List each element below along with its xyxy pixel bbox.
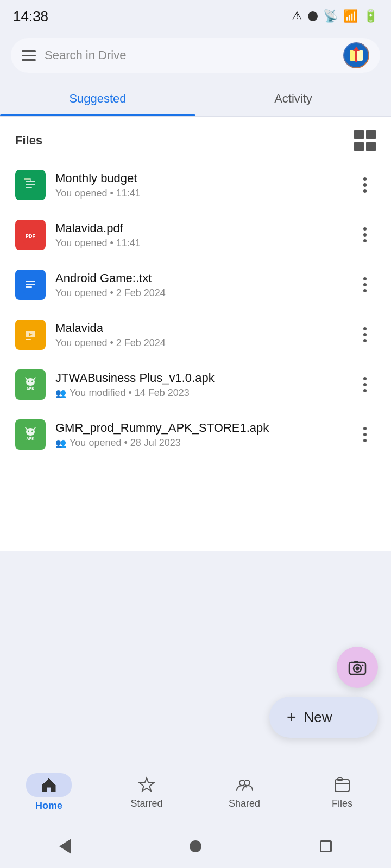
svg-text:APK: APK [27,437,35,441]
home-gesture-icon [190,840,201,852]
svg-text:PDF: PDF [26,233,36,239]
file-info: Monthly budget You opened • 11:41 [55,171,344,199]
svg-rect-1 [350,50,356,61]
search-bar-container: Search in Drive [0,33,391,81]
shared-icon [235,775,254,795]
back-icon [59,839,71,854]
file-icon-apk: APK [15,419,46,450]
files-section: Files + Monthly budget Y [0,117,391,551]
file-name: Android Game:.txt [55,271,344,285]
file-meta: 👥 You modified • 14 Feb 2023 [55,387,344,399]
svg-rect-38 [354,661,358,663]
file-info: JTWABusiness Plus_v1.0.apk 👥 You modifie… [55,371,344,399]
svg-point-37 [356,667,360,671]
nav-label-starred: Starred [130,798,162,809]
svg-point-31 [31,431,33,432]
nav-item-home[interactable]: Home [0,760,98,825]
wifi-icon: 📶 [343,9,358,23]
files-icon [332,775,352,795]
recents-icon [320,840,332,852]
android-nav [0,825,391,868]
status-time: 14:38 [13,8,48,25]
file-info: Malavida.pdf You opened • 11:41 [55,221,344,249]
file-list: + Monthly budget You opened • 11:41 PDF [0,160,391,470]
status-bar: 14:38 ⚠ 📡 📶 🔋 [0,0,391,33]
file-name: Monthly budget [55,171,344,186]
more-options-button[interactable] [354,224,376,246]
table-row[interactable]: Android Game:.txt You opened • 2 Feb 202… [0,260,391,310]
people-icon: 👥 [55,438,66,448]
svg-text:APK: APK [27,387,35,391]
bottom-nav: Home Starred Shared [0,760,391,825]
tab-activity[interactable]: Activity [195,81,391,116]
svg-rect-15 [26,284,35,285]
fab-area: + New [269,647,378,738]
more-options-button[interactable] [354,274,376,296]
grid-view-button[interactable] [354,130,376,151]
file-info: Android Game:.txt You opened • 2 Feb 202… [55,271,344,299]
svg-rect-19 [26,339,31,340]
svg-text:+: + [29,177,32,182]
file-meta: You opened • 2 Feb 2024 [55,337,344,349]
file-info: Malavida You opened • 2 Feb 2024 [55,321,344,349]
nav-item-starred[interactable]: Starred [98,760,195,825]
nav-label-files: Files [332,798,352,809]
status-icons: ⚠ 📡 📶 🔋 [292,9,378,23]
nav-label-shared: Shared [229,798,260,809]
back-button[interactable] [52,833,79,860]
svg-marker-40 [140,778,154,791]
file-meta: 👥 You opened • 28 Jul 2023 [55,437,344,449]
svg-point-39 [362,665,364,666]
tab-suggested[interactable]: Suggested [0,81,195,116]
alert-icon: ⚠ [292,9,302,23]
tabs: Suggested Activity [0,81,391,117]
more-options-button[interactable] [354,374,376,395]
more-options-button[interactable] [354,424,376,445]
people-icon: 👥 [55,388,66,398]
file-name: Malavida [55,321,344,335]
file-icon-sheets: + [15,170,46,200]
more-options-button[interactable] [354,324,376,346]
avatar-icon [344,43,368,67]
svg-point-29 [26,428,35,436]
svg-point-23 [28,381,29,382]
svg-rect-7 [26,184,35,185]
search-bar[interactable]: Search in Drive [11,38,380,73]
nav-item-files[interactable]: Files [293,760,391,825]
svg-text:▶: ▶ [29,332,33,337]
menu-button[interactable] [22,50,36,61]
svg-rect-8 [26,187,32,188]
svg-rect-43 [335,780,349,792]
battery-icon: 🔋 [363,9,378,23]
file-name: GMR_prod_Rummy_APK_STORE1.apk [55,421,344,435]
file-info: GMR_prod_Rummy_APK_STORE1.apk 👥 You open… [55,421,344,449]
file-icon-apk: APK [15,369,46,400]
file-meta: You opened • 11:41 [55,188,344,199]
file-name: Malavida.pdf [55,221,344,235]
table-row[interactable]: APK GMR_prod_Rummy_APK_STORE1.apk 👥 You … [0,410,391,459]
svg-rect-2 [357,50,363,61]
starred-icon [137,775,156,795]
scan-button[interactable] [337,647,378,688]
table-row[interactable]: ▶ Malavida You opened • 2 Feb 2024 [0,310,391,360]
files-label: Files [15,133,42,148]
new-button[interactable]: + New [269,697,378,738]
file-icon-pdf: PDF [15,220,46,250]
table-row[interactable]: APK JTWABusiness Plus_v1.0.apk 👥 You mod… [0,360,391,410]
svg-rect-16 [26,286,32,288]
svg-point-22 [26,378,35,386]
home-gesture-button[interactable] [182,833,209,860]
file-meta: You opened • 11:41 [55,238,344,249]
nav-item-shared[interactable]: Shared [195,760,293,825]
camera-icon [348,658,367,677]
more-options-button[interactable] [354,174,376,196]
avatar[interactable] [343,42,369,68]
nav-label-home: Home [35,800,62,812]
table-row[interactable]: + Monthly budget You opened • 11:41 [0,160,391,210]
search-input[interactable]: Search in Drive [45,48,335,62]
new-label: New [304,709,332,726]
home-icon [39,775,59,795]
svg-rect-14 [26,281,35,282]
recents-button[interactable] [312,833,339,860]
table-row[interactable]: PDF Malavida.pdf You opened • 11:41 [0,210,391,260]
